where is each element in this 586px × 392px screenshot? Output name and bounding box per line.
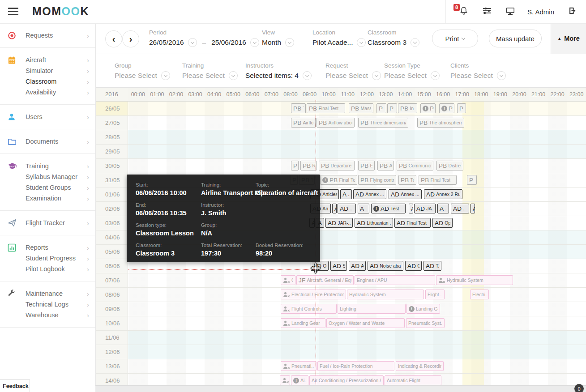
sidebar-item-classroom[interactable]: Classroom›: [0, 76, 95, 87]
prev-period-button[interactable]: ‹: [105, 30, 122, 47]
event-chip[interactable]: P..: [457, 103, 466, 113]
event-chip[interactable]: Electri...: [470, 290, 489, 299]
menu-icon[interactable]: [8, 8, 18, 15]
filter-value[interactable]: Please Select: [115, 72, 157, 80]
chevron-down-icon[interactable]: [372, 71, 381, 80]
chevron-down-icon[interactable]: [303, 71, 312, 80]
event-chip[interactable]: PBAirflow..: [291, 118, 316, 128]
event-chip[interactable]: PBT..: [291, 103, 306, 113]
sidebar-item-student-groups[interactable]: Student Groups›: [0, 182, 95, 193]
event-chip[interactable]: ADAi...: [349, 261, 366, 271]
event-chip[interactable]: ADS...: [330, 261, 347, 271]
chevron-down-icon[interactable]: [411, 38, 419, 47]
event-chip[interactable]: ADFinal Test: [394, 218, 431, 228]
event-chip[interactable]: ADOp...: [432, 218, 453, 228]
event-chip[interactable]: PBMass a...: [349, 103, 373, 113]
classroom-value[interactable]: Classroom 3: [368, 38, 406, 47]
event-chip[interactable]: A: [409, 204, 413, 213]
event-chip[interactable]: A: [332, 204, 337, 213]
event-chip[interactable]: ADC...: [405, 261, 422, 271]
next-period-button[interactable]: ›: [122, 30, 139, 47]
event-chip[interactable]: Flight ...: [425, 290, 445, 299]
event-chip[interactable]: P..: [291, 161, 299, 170]
event-chip[interactable]: C..: [281, 275, 295, 285]
chevron-down-icon[interactable]: [229, 71, 238, 80]
event-chip[interactable]: A: [471, 204, 475, 213]
event-chip[interactable]: !P..: [439, 103, 454, 113]
event-chip[interactable]: !P..: [420, 103, 436, 113]
event-chip[interactable]: Oxygen / Water and Waste: [326, 318, 405, 328]
event-chip[interactable]: PBIn ...: [398, 103, 417, 113]
chevron-down-icon[interactable]: [497, 71, 506, 80]
filter-value[interactable]: Please Select: [384, 72, 427, 80]
event-chip[interactable]: P..: [387, 103, 397, 113]
event-chip[interactable]: ADAnnex 2 Rul...: [424, 189, 462, 199]
view-value[interactable]: Month: [262, 38, 281, 47]
filter-value[interactable]: Please Select: [450, 72, 493, 80]
sidebar-item-aircraft[interactable]: Aircraft›: [0, 55, 95, 65]
event-chip[interactable]: PBR..: [300, 161, 317, 170]
event-chip[interactable]: ADAnnex ...: [389, 189, 422, 199]
event-chip[interactable]: PBFlying contr...: [358, 175, 396, 185]
event-chip[interactable]: A..: [437, 204, 449, 213]
sidebar-item-availability[interactable]: Availability›: [0, 87, 95, 98]
event-chip[interactable]: A..: [340, 189, 352, 199]
display-button[interactable]: [505, 6, 516, 17]
event-chip[interactable]: PBAirflow abou..: [317, 118, 355, 128]
user-menu[interactable]: S. Admin: [527, 8, 554, 16]
event-chip[interactable]: ADNoise abat...: [368, 261, 403, 271]
event-chip[interactable]: ADT...: [423, 261, 441, 271]
chevron-down-icon[interactable]: [188, 38, 197, 47]
notifications-button[interactable]: 8: [458, 6, 470, 17]
event-chip[interactable]: Air Conditioning / Pressurization / Ve: [309, 375, 384, 385]
event-chip[interactable]: AD..: [451, 204, 469, 213]
chevron-down-icon[interactable]: [357, 38, 366, 47]
sidebar-item-training[interactable]: Training›: [0, 161, 95, 171]
sidebar-item-users[interactable]: Users›: [0, 111, 95, 122]
event-chip[interactable]: Fuel / Ice-Rain Protection: [317, 361, 394, 371]
period-to-value[interactable]: 25/06/2016: [211, 38, 246, 47]
event-chip[interactable]: Pneumati...: [281, 361, 317, 371]
event-chip[interactable]: !Ai..: [291, 375, 308, 385]
event-chip[interactable]: Hydraulic System: [347, 290, 424, 299]
chat-badge[interactable]: 0: [574, 384, 584, 392]
event-chip[interactable]: !PBFinal Te...: [320, 175, 357, 185]
event-chip[interactable]: PBDistres...: [436, 161, 463, 170]
event-chip[interactable]: Engines / APU: [355, 275, 435, 285]
event-chip[interactable]: P..: [376, 103, 386, 113]
event-chip[interactable]: ADJAR-...: [325, 218, 353, 228]
event-chip[interactable]: P..: [467, 175, 477, 185]
sidebar-item-maintenance[interactable]: Maintenance›: [0, 288, 95, 299]
filter-value[interactable]: Please Select: [182, 72, 225, 80]
event-chip[interactable]: PBCommunica...: [397, 161, 433, 170]
filter-value[interactable]: Selected items: 4: [245, 72, 299, 80]
chevron-down-icon[interactable]: [431, 71, 440, 80]
sidebar-item-reports[interactable]: Reports›: [0, 242, 95, 253]
feedback-button[interactable]: Feedback: [0, 379, 30, 392]
event-chip[interactable]: ADLithuanian ...: [355, 218, 393, 228]
mass-update-button[interactable]: Mass update: [489, 30, 542, 47]
event-chip[interactable]: Flight Controls: [281, 304, 337, 314]
event-chip[interactable]: Hydraulic System: [436, 275, 513, 285]
event-chip[interactable]: JFAircraft. General / Equ..: [296, 275, 354, 285]
event-chip[interactable]: PBTe...: [398, 175, 416, 185]
event-chip[interactable]: [280, 375, 290, 385]
event-chip[interactable]: Lighting: [338, 304, 406, 314]
event-chip[interactable]: PBFinal Test: [307, 103, 345, 113]
logout-button[interactable]: [566, 6, 578, 17]
sidebar-item-student-progress[interactable]: Student Progress›: [0, 253, 95, 264]
chevron-down-icon[interactable]: [285, 38, 294, 47]
settings-button[interactable]: [481, 6, 493, 17]
event-chip[interactable]: Automatic Flight: [385, 375, 441, 385]
chevron-down-icon[interactable]: [161, 71, 170, 80]
event-chip[interactable]: PBAr...: [377, 161, 394, 170]
event-chip[interactable]: !ADTest: [371, 204, 406, 213]
sidebar-item-pilot-logbook[interactable]: Pilot Logbook›: [0, 264, 95, 274]
print-button[interactable]: Print: [432, 30, 478, 47]
sidebar-item-technical-logs[interactable]: Technical Logs›: [0, 299, 95, 310]
sidebar-item-examination[interactable]: Examination›: [0, 193, 95, 204]
sidebar-item-flight-tracker[interactable]: Flight Tracker›: [0, 217, 95, 228]
event-chip[interactable]: Landing Gear: [281, 318, 325, 328]
event-chip[interactable]: ADJA..: [414, 204, 436, 213]
event-chip[interactable]: A..: [358, 204, 369, 213]
